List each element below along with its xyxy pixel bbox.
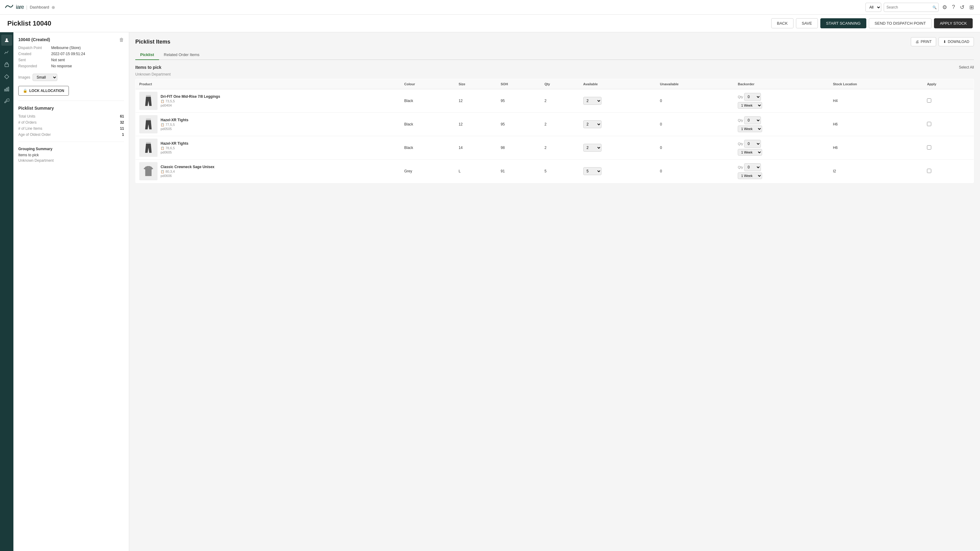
- download-button[interactable]: ⬇ DOWNLOAD: [939, 37, 974, 46]
- tab-picklist[interactable]: Picklist: [135, 50, 159, 60]
- col-stock-location: Stock Location: [829, 79, 923, 89]
- responded-value: No response: [51, 64, 72, 68]
- backorder-qty-select-3[interactable]: 012345678910: [744, 163, 761, 171]
- picklist-items-title: Picklist Items: [135, 39, 170, 45]
- picklist-items-header: Picklist Items 🖨 PRINT ⬇ DOWNLOAD: [135, 37, 974, 46]
- backorder-week-select-1[interactable]: 1 Week2 Weeks3 Weeks4 Weeks: [738, 125, 762, 132]
- qty-label-0: Qty: [738, 95, 743, 99]
- available-cell-0[interactable]: 012345678910: [579, 89, 656, 113]
- product-cell-3: Classic Crewneck Sage Unisex 📋 80,3,4 pd…: [135, 160, 401, 183]
- product-image-0: [139, 92, 158, 110]
- orders-icon-2: 📋: [161, 146, 164, 150]
- save-button[interactable]: SAVE: [796, 18, 818, 28]
- unavailable-cell-2: 0: [656, 136, 734, 160]
- backorder-week-select-0[interactable]: 1 Week2 Weeks3 Weeks4 Weeks: [738, 102, 762, 109]
- nav-tools-icon[interactable]: [1, 96, 12, 106]
- available-select-2[interactable]: 012345678910: [583, 144, 601, 152]
- svg-rect-6: [146, 119, 151, 120]
- total-units-value: 61: [120, 114, 124, 119]
- images-label: Images: [18, 75, 30, 79]
- apply-checkbox-3[interactable]: [927, 169, 931, 173]
- apply-cell-2[interactable]: [923, 136, 974, 160]
- apply-stock-button[interactable]: APPLY STOCK: [934, 18, 973, 28]
- print-label: PRINT: [921, 40, 932, 44]
- top-navigation: iare | Dashboard ⊕ All ⚙ ? ↺ ⊞: [0, 0, 980, 14]
- backorder-week-select-2[interactable]: 1 Week2 Weeks3 Weeks4 Weeks: [738, 149, 762, 156]
- available-cell-2[interactable]: 012345678910: [579, 136, 656, 160]
- available-cell-1[interactable]: 012345678910: [579, 113, 656, 136]
- lock-allocation-button[interactable]: 🔒 LOCK ALLOCATION: [18, 86, 69, 96]
- orders-icon-3: 📋: [161, 170, 164, 173]
- send-to-dispatch-button[interactable]: SEND TO DISPATCH POINT: [869, 18, 932, 28]
- available-select-0[interactable]: 012345678910: [583, 97, 601, 105]
- stock-location-value-2: H6: [833, 146, 837, 150]
- start-scanning-button[interactable]: START SCANNING: [820, 18, 866, 28]
- colour-cell-3: Grey: [401, 160, 455, 183]
- orders-icon-1: 📋: [161, 123, 164, 126]
- nav-bar-chart-icon[interactable]: [1, 83, 12, 94]
- product-name-2: Hazel-XR Tights: [161, 141, 188, 146]
- grid-icon-btn[interactable]: ⊞: [968, 3, 975, 12]
- content-area: Picklist Items 🖨 PRINT ⬇ DOWNLOAD Pickli…: [129, 32, 980, 551]
- tab-related-order-items[interactable]: Related Order Items: [159, 50, 204, 60]
- dispatch-value: Melbourne (Store): [51, 46, 81, 50]
- backorder-qty-select-2[interactable]: 012345678910: [744, 140, 761, 148]
- colour-cell-1: Black: [401, 113, 455, 136]
- picklist-id-title: 10040 (Created): [18, 37, 85, 42]
- help-icon-btn[interactable]: ?: [951, 3, 956, 11]
- apply-checkbox-1[interactable]: [927, 122, 931, 126]
- apply-cell-1[interactable]: [923, 113, 974, 136]
- col-unavailable: Unavailable: [656, 79, 734, 89]
- nav-separator: |: [26, 5, 27, 10]
- product-image-2: [139, 138, 158, 157]
- product-sku-1: pd0505: [161, 127, 188, 131]
- orders-row: # of Orders 32: [18, 120, 124, 125]
- history-icon-btn[interactable]: ↺: [959, 3, 966, 12]
- size-cell-0: 12: [455, 89, 497, 113]
- svg-rect-1: [5, 64, 8, 67]
- size-cell-1: 12: [455, 113, 497, 136]
- nav-home-icon[interactable]: [1, 35, 12, 46]
- apply-cell-0[interactable]: [923, 89, 974, 113]
- nav-bag-icon[interactable]: [1, 59, 12, 70]
- table-row: Classic Crewneck Sage Unisex 📋 80,3,4 pd…: [135, 160, 974, 183]
- product-orders-2: 📋 78,6,5: [161, 146, 188, 150]
- backorder-qty-select-1[interactable]: 012345678910: [744, 116, 761, 124]
- delete-button[interactable]: 🗑: [119, 37, 124, 43]
- images-size-select[interactable]: Small Medium Large: [33, 74, 57, 81]
- qty-cell-3: 5: [541, 160, 579, 183]
- nav-tag-icon[interactable]: [1, 71, 12, 82]
- available-cell-3[interactable]: 012345678910: [579, 160, 656, 183]
- col-size: Size: [455, 79, 497, 89]
- print-button[interactable]: 🖨 PRINT: [911, 37, 936, 46]
- settings-icon-btn[interactable]: ⚙: [941, 3, 948, 12]
- available-select-1[interactable]: 012345678910: [583, 120, 601, 128]
- line-items-label: # of Line Items: [18, 126, 42, 131]
- download-label: DOWNLOAD: [948, 40, 969, 44]
- orders-label: # of Orders: [18, 120, 37, 125]
- backorder-week-select-3[interactable]: 1 Week2 Weeks3 Weeks4 Weeks: [738, 172, 762, 179]
- backorder-cell-3: Qty 012345678910 1 Week2 Weeks3 Weeks4 W…: [734, 160, 829, 183]
- table-row: Dri-FIT One Mid-Rise 7/8 Leggings 📋 73,5…: [135, 89, 974, 113]
- dashboard-link[interactable]: Dashboard: [30, 5, 49, 10]
- apply-cell-3[interactable]: [923, 160, 974, 183]
- product-sku-0: pd0404: [161, 103, 220, 107]
- apply-checkbox-2[interactable]: [927, 145, 931, 149]
- product-name-1: Hazel-XR Tights: [161, 118, 188, 122]
- nav-compass-icon: ⊕: [51, 5, 55, 10]
- nav-chart-icon[interactable]: [1, 47, 12, 58]
- select-all-button[interactable]: Select All: [959, 65, 974, 70]
- back-button[interactable]: BACK: [771, 18, 794, 28]
- size-cell-2: 14: [455, 136, 497, 160]
- backorder-qty-select-0[interactable]: 012345678910: [744, 93, 761, 101]
- table-row: Hazel-XR Tights 📋 78,6,5 pd0605 Black 14…: [135, 136, 974, 160]
- search-filter-select[interactable]: All: [865, 3, 881, 12]
- stock-location-cell-1: H6: [829, 113, 923, 136]
- search-input[interactable]: [884, 3, 939, 12]
- apply-checkbox-0[interactable]: [927, 98, 931, 103]
- backorder-cell-1: Qty 012345678910 1 Week2 Weeks3 Weeks4 W…: [734, 113, 829, 136]
- items-section-header: Items to pick Select All: [135, 65, 974, 70]
- product-info-3: Classic Crewneck Sage Unisex 📋 80,3,4 pd…: [161, 165, 215, 178]
- logo-area: iare | Dashboard ⊕: [5, 3, 55, 11]
- available-select-3[interactable]: 012345678910: [583, 167, 601, 175]
